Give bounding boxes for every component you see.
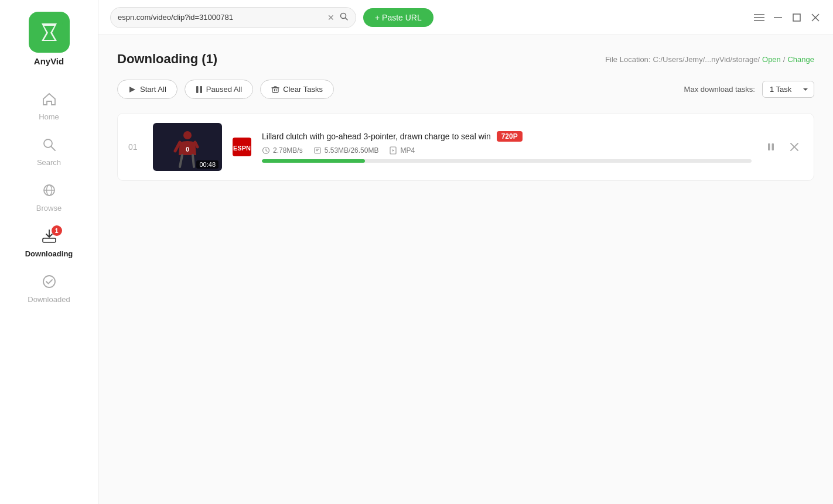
paste-url-button[interactable]: + Paste URL xyxy=(363,8,433,27)
page-header: Downloading (1) File Location: C:/Users/… xyxy=(117,52,814,67)
app-logo xyxy=(29,12,70,53)
sidebar-item-browse-label: Browse xyxy=(36,204,62,212)
sidebar-item-downloading-label: Downloading xyxy=(25,249,73,258)
svg-rect-16 xyxy=(793,14,800,21)
downloading-icon xyxy=(41,236,57,246)
download-title: Lillard clutch with go-ahead 3-pointer, … xyxy=(262,132,491,141)
app-name: AnyVid xyxy=(34,56,64,66)
table-row: 01 xyxy=(117,113,814,181)
downloaded-icon xyxy=(41,273,57,292)
file-location-label: File Location: xyxy=(605,55,650,64)
svg-point-26 xyxy=(183,131,192,139)
window-controls xyxy=(753,12,821,23)
svg-rect-21 xyxy=(272,88,278,92)
download-title-row: Lillard clutch with go-ahead 3-pointer, … xyxy=(262,131,752,142)
menu-button[interactable] xyxy=(753,12,765,23)
close-button[interactable] xyxy=(810,12,821,23)
remove-button[interactable] xyxy=(786,138,803,156)
url-search-button[interactable] xyxy=(339,12,349,23)
download-speed: 2.78MB/s xyxy=(262,146,303,155)
page-title: Downloading (1) xyxy=(117,52,217,67)
sidebar-item-downloaded-label: Downloaded xyxy=(28,295,70,304)
titlebar: espn.com/video/clip?id=31000781 ✕ + Past… xyxy=(98,0,833,35)
svg-rect-35 xyxy=(768,143,770,150)
browse-icon xyxy=(41,182,57,201)
maximize-button[interactable] xyxy=(791,12,803,23)
sidebar-item-home[interactable]: Home xyxy=(0,83,98,128)
home-icon xyxy=(41,91,57,109)
progress-bar-fill xyxy=(262,159,365,163)
svg-rect-20 xyxy=(200,86,202,93)
svg-text:ESPN: ESPN xyxy=(233,145,251,152)
sidebar-item-search[interactable]: Search xyxy=(0,128,98,174)
url-bar: espn.com/video/clip?id=31000781 ✕ xyxy=(110,7,356,28)
url-clear-button[interactable]: ✕ xyxy=(327,13,334,22)
sidebar: AnyVid Home Search xyxy=(0,0,98,504)
svg-line-11 xyxy=(346,18,348,20)
clear-tasks-label: Clear Tasks xyxy=(283,85,323,94)
minimize-button[interactable] xyxy=(772,12,784,23)
pause-button[interactable] xyxy=(762,138,780,156)
toolbar: Start All Paused All Clear Tasks xyxy=(117,80,814,99)
format-value: MP4 xyxy=(400,146,415,155)
download-format: MP4 xyxy=(389,146,415,155)
start-all-label: Start All xyxy=(140,85,166,94)
open-link[interactable]: Open xyxy=(762,55,781,64)
download-meta: 2.78MB/s 5.53MB/26.50MB xyxy=(262,146,752,155)
download-thumbnail: 0 00:48 xyxy=(153,123,222,171)
max-tasks-select[interactable]: 1 Task 2 Tasks 3 Tasks 5 Tasks xyxy=(762,81,814,98)
sidebar-item-search-label: Search xyxy=(37,158,61,167)
sidebar-item-downloaded[interactable]: Downloaded xyxy=(0,265,98,311)
max-tasks-label: Max download tasks: xyxy=(684,85,755,94)
paused-all-label: Paused All xyxy=(206,85,242,94)
thumbnail-duration: 00:48 xyxy=(196,160,219,169)
quality-badge: 720P xyxy=(497,131,523,142)
source-icon: ESPN xyxy=(233,138,251,156)
url-input[interactable]: espn.com/video/clip?id=31000781 xyxy=(118,13,323,22)
search-icon xyxy=(41,136,57,155)
page-content: Downloading (1) File Location: C:/Users/… xyxy=(98,35,833,504)
sidebar-item-downloading[interactable]: 1 Downloading xyxy=(0,220,98,265)
downloading-icon-wrapper: 1 xyxy=(41,228,57,246)
sidebar-item-browse[interactable]: Browse xyxy=(0,174,98,220)
change-link[interactable]: Change xyxy=(787,55,814,64)
download-index: 01 xyxy=(128,142,142,152)
svg-line-4 xyxy=(51,147,55,151)
clear-tasks-button[interactable]: Clear Tasks xyxy=(260,80,334,99)
speed-value: 2.78MB/s xyxy=(273,146,303,155)
svg-rect-8 xyxy=(43,238,56,242)
downloading-badge: 1 xyxy=(52,225,62,236)
sidebar-navigation: Home Search Browse xyxy=(0,83,98,311)
sidebar-item-home-label: Home xyxy=(39,112,59,121)
download-list: 01 xyxy=(117,113,814,181)
paused-all-button[interactable]: Paused All xyxy=(185,80,253,99)
progress-bar-container xyxy=(262,159,752,163)
file-location-path: C:/Users/Jemy/...nyVid/storage/ xyxy=(653,55,760,64)
download-info: Lillard clutch with go-ahead 3-pointer, … xyxy=(262,131,752,163)
file-location: File Location: C:/Users/Jemy/...nyVid/st… xyxy=(605,55,814,64)
svg-rect-36 xyxy=(772,143,774,150)
download-size: 5.53MB/26.50MB xyxy=(313,146,379,155)
path-separator: / xyxy=(783,55,786,64)
download-actions xyxy=(762,138,803,156)
svg-point-9 xyxy=(43,276,55,287)
size-value: 5.53MB/26.50MB xyxy=(325,146,379,155)
main-panel: espn.com/video/clip?id=31000781 ✕ + Past… xyxy=(98,0,833,504)
svg-rect-19 xyxy=(196,86,199,93)
svg-text:0: 0 xyxy=(186,146,189,153)
start-all-button[interactable]: Start All xyxy=(117,80,177,99)
